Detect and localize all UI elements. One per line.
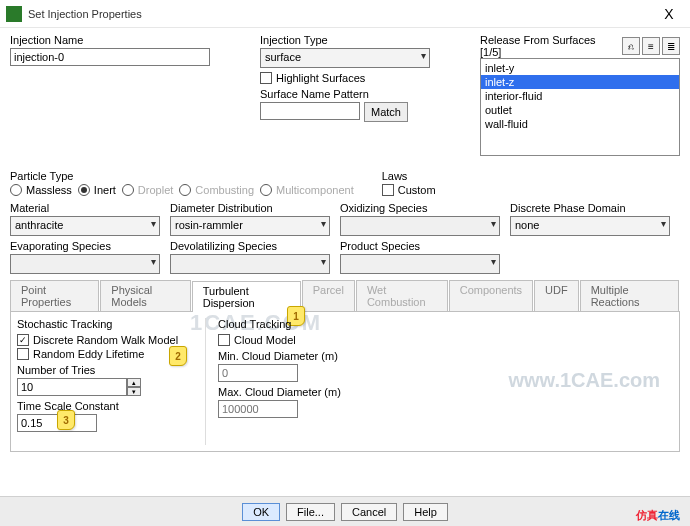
list-item[interactable]: inlet-z [481, 75, 679, 89]
highlight-surfaces-label: Highlight Surfaces [276, 72, 365, 84]
oxidizing-select [340, 216, 500, 236]
tab-components: Components [449, 280, 533, 311]
laws-label: Laws [382, 170, 436, 182]
devolatilizing-select [170, 254, 330, 274]
drwm-checkbox[interactable]: ✓ [17, 334, 29, 346]
particle-combusting-radio[interactable] [179, 184, 191, 196]
list-item[interactable]: outlet [481, 103, 679, 117]
evaporating-label: Evaporating Species [10, 240, 160, 252]
highlight-surfaces-checkbox[interactable] [260, 72, 272, 84]
cloud-model-checkbox[interactable] [218, 334, 230, 346]
diameter-dist-label: Diameter Distribution [170, 202, 330, 214]
release-surfaces-label: Release From Surfaces [1/5] [480, 34, 618, 58]
list-toggle-icon[interactable]: ⎌ [622, 37, 640, 55]
tries-spinner[interactable]: ▴▾ [17, 378, 187, 396]
tab-physical-models[interactable]: Physical Models [100, 280, 190, 311]
particle-multicomp-radio[interactable] [260, 184, 272, 196]
marker-2: 2 [169, 346, 187, 366]
tab-turbulent-dispersion[interactable]: Turbulent Dispersion [192, 281, 301, 312]
particle-droplet-radio[interactable] [122, 184, 134, 196]
max-cloud-input [218, 400, 298, 418]
product-select [340, 254, 500, 274]
window-title: Set Injection Properties [28, 8, 654, 20]
stochastic-title: Stochastic Tracking [17, 318, 187, 330]
watermark-brand: 仿真在线 [636, 506, 680, 523]
tab-bar: Point Properties Physical Models Turbule… [10, 280, 680, 312]
evaporating-select [10, 254, 160, 274]
cloud-title: Cloud Tracking [218, 318, 375, 330]
injection-name-label: Injection Name [10, 34, 210, 46]
marker-3: 3 [57, 410, 75, 430]
particle-inert-label: Inert [94, 184, 116, 196]
particle-massless-radio[interactable] [10, 184, 22, 196]
injection-type-label: Injection Type [260, 34, 430, 46]
particle-inert-radio[interactable] [78, 184, 90, 196]
surface-name-pattern-label: Surface Name Pattern [260, 88, 430, 100]
random-eddy-checkbox[interactable] [17, 348, 29, 360]
min-cloud-input [218, 364, 298, 382]
diameter-dist-select[interactable]: rosin-rammler [170, 216, 330, 236]
release-surfaces-list[interactable]: inlet-y inlet-z interior-fluid outlet wa… [480, 58, 680, 156]
list-item[interactable]: inlet-y [481, 61, 679, 75]
min-cloud-label: Min. Cloud Diameter (m) [218, 350, 375, 362]
list-item[interactable]: wall-fluid [481, 117, 679, 131]
oxidizing-label: Oxidizing Species [340, 202, 500, 214]
close-icon[interactable]: X [654, 6, 684, 22]
ok-button[interactable]: OK [242, 503, 280, 521]
particle-combusting-label: Combusting [195, 184, 254, 196]
particle-multicomp-label: Multicomponent [276, 184, 354, 196]
devolatilizing-label: Devolatilizing Species [170, 240, 330, 252]
cloud-model-label: Cloud Model [234, 334, 296, 346]
material-label: Material [10, 202, 160, 214]
list-select-all-icon[interactable]: ≡ [642, 37, 660, 55]
max-cloud-label: Max. Cloud Diameter (m) [218, 386, 375, 398]
tsc-label: Time Scale Constant [17, 400, 187, 412]
spin-down-icon[interactable]: ▾ [127, 387, 141, 396]
list-deselect-icon[interactable]: ≣ [662, 37, 680, 55]
tab-udf[interactable]: UDF [534, 280, 579, 311]
cancel-button[interactable]: Cancel [341, 503, 397, 521]
file-button[interactable]: File... [286, 503, 335, 521]
tries-label: Number of Tries [17, 364, 187, 376]
tab-parcel: Parcel [302, 280, 355, 311]
tries-input[interactable] [17, 378, 127, 396]
list-item[interactable]: interior-fluid [481, 89, 679, 103]
surface-name-pattern-input[interactable] [260, 102, 360, 120]
particle-type-label: Particle Type [10, 170, 354, 182]
material-select[interactable]: anthracite [10, 216, 160, 236]
injection-type-select[interactable]: surface [260, 48, 430, 68]
discrete-domain-select[interactable]: none [510, 216, 670, 236]
drwm-label: Discrete Random Walk Model [33, 334, 178, 346]
random-eddy-label: Random Eddy Lifetime [33, 348, 144, 360]
tab-multiple-reactions[interactable]: Multiple Reactions [580, 280, 679, 311]
particle-massless-label: Massless [26, 184, 72, 196]
product-label: Product Species [340, 240, 500, 252]
tab-wet-combustion: Wet Combustion [356, 280, 448, 311]
custom-laws-checkbox[interactable] [382, 184, 394, 196]
custom-laws-label: Custom [398, 184, 436, 196]
injection-name-input[interactable] [10, 48, 210, 66]
app-icon [6, 6, 22, 22]
particle-droplet-label: Droplet [138, 184, 173, 196]
discrete-domain-label: Discrete Phase Domain [510, 202, 670, 214]
tab-point-properties[interactable]: Point Properties [10, 280, 99, 311]
match-button[interactable]: Match [364, 102, 408, 122]
spin-up-icon[interactable]: ▴ [127, 378, 141, 387]
help-button[interactable]: Help [403, 503, 448, 521]
